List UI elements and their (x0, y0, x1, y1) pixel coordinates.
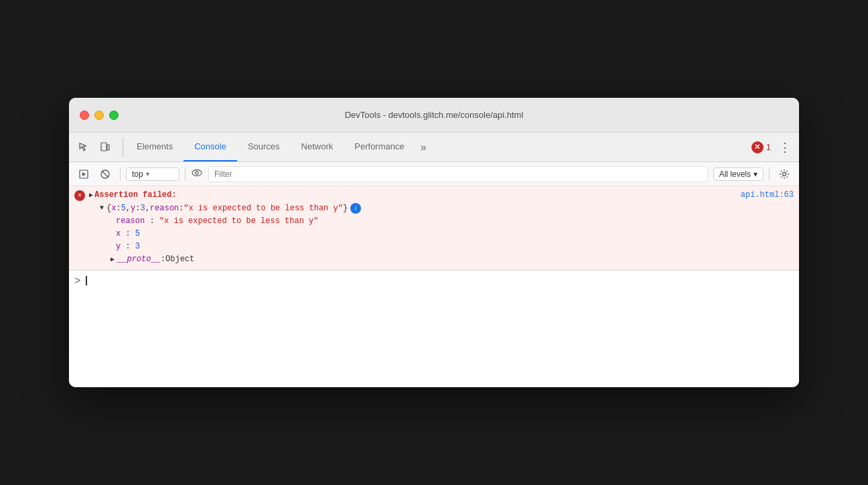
proto-expand-arrow[interactable]: ▶ (111, 255, 115, 265)
maximize-button[interactable] (109, 111, 119, 120)
toolbar-icons (74, 138, 123, 157)
svg-point-7 (196, 171, 198, 174)
prop-y: y : 3 (89, 240, 794, 253)
levels-label: All levels (719, 169, 751, 179)
devtools-window: DevTools - devtools.glitch.me/console/ap… (69, 98, 799, 387)
console-output: ✕ ▶ Assertion failed: api.html:63 ▼ (69, 186, 799, 387)
tab-bar: Elements Console Sources Network Perform… (69, 133, 799, 162)
console-input-row: > (69, 270, 799, 291)
svg-rect-1 (107, 145, 109, 150)
info-icon[interactable]: i (350, 203, 361, 214)
toolbar-divider-3 (769, 167, 770, 181)
input-caret[interactable]: > (74, 275, 80, 287)
device-toolbar-button[interactable] (96, 138, 115, 157)
svg-point-6 (192, 169, 202, 176)
tabs: Elements Console Sources Network Perform… (126, 133, 751, 161)
tab-performance[interactable]: Performance (344, 133, 415, 161)
window-title: DevTools - devtools.glitch.me/console/ap… (345, 110, 524, 120)
input-cursor (86, 276, 87, 285)
svg-line-5 (102, 171, 108, 177)
minimize-button[interactable] (94, 111, 104, 120)
expand-arrow-1[interactable]: ▶ (89, 190, 93, 201)
prop-proto: ▶ __proto__ : Object (89, 253, 794, 266)
error-row-content: ▶ Assertion failed: api.html:63 ▼ { x : … (89, 189, 794, 267)
object-summary-row: ▼ { x : 5 , y : 3 , reason : "x is expec… (89, 202, 794, 215)
context-value: top (132, 169, 143, 179)
prop-x: x : 5 (89, 228, 794, 240)
clear-console-button[interactable] (96, 165, 115, 184)
expand-arrow-2[interactable]: ▼ (100, 203, 104, 214)
tab-network[interactable]: Network (291, 133, 344, 161)
levels-select[interactable]: All levels ▾ (713, 167, 764, 181)
error-location[interactable]: api.html:63 (730, 189, 794, 202)
toolbar-divider (120, 167, 121, 181)
prop-reason: reason : "x is expected to be less than … (89, 215, 794, 228)
svg-marker-3 (82, 172, 86, 176)
eye-icon[interactable] (191, 167, 203, 182)
tab-overflow-button[interactable]: » (415, 141, 432, 153)
context-select[interactable]: top ▾ (126, 167, 179, 181)
toolbar-divider-2 (185, 167, 186, 181)
assertion-line: ▶ Assertion failed: api.html:63 (89, 189, 794, 202)
context-select-arrow: ▾ (146, 170, 149, 178)
error-count: 1 (766, 142, 771, 152)
levels-arrow: ▾ (753, 169, 757, 179)
close-button[interactable] (80, 111, 89, 120)
tab-bar-right: ✕ 1 ⋮ (751, 140, 794, 155)
svg-rect-0 (101, 143, 106, 151)
assertion-content: ▶ Assertion failed: (89, 189, 176, 202)
traffic-lights (80, 111, 119, 120)
assertion-label: Assertion failed: (94, 189, 176, 202)
tab-console[interactable]: Console (184, 133, 237, 161)
run-script-button[interactable] (74, 165, 93, 184)
inspect-element-button[interactable] (74, 138, 93, 157)
error-circle-icon: ✕ (74, 190, 85, 201)
settings-button[interactable] (775, 165, 794, 184)
error-icon: ✕ (74, 190, 85, 201)
error-badge-icon: ✕ (751, 141, 764, 153)
error-count-badge[interactable]: ✕ 1 (751, 141, 771, 153)
svg-point-8 (783, 172, 786, 176)
tab-elements[interactable]: Elements (126, 133, 184, 161)
filter-input[interactable] (208, 166, 708, 182)
console-toolbar: top ▾ All levels ▾ (69, 162, 799, 186)
more-menu-button[interactable]: ⋮ (776, 140, 794, 155)
tab-sources[interactable]: Sources (237, 133, 291, 161)
title-bar: DevTools - devtools.glitch.me/console/ap… (69, 98, 799, 133)
console-error-row: ✕ ▶ Assertion failed: api.html:63 ▼ (69, 186, 799, 270)
